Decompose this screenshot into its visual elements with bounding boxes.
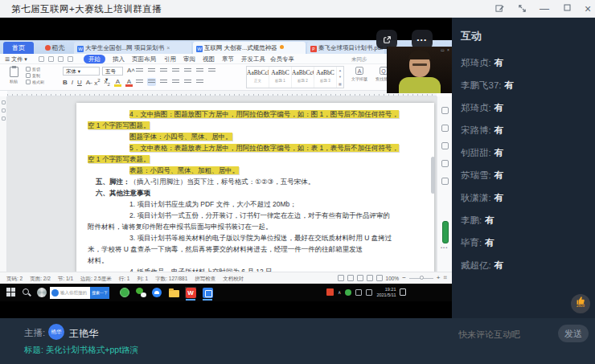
style-normal[interactable]: AaBbCcDd正文 — [247, 67, 269, 88]
more-tools-dots-icon[interactable]: ••• — [441, 245, 448, 250]
style-heading-3[interactable]: AaBbC标题 3 — [314, 67, 337, 88]
menu-section[interactable]: 章节 — [222, 55, 234, 63]
view-mode-icon[interactable] — [376, 275, 383, 281]
cut-button[interactable]: 剪切 — [26, 67, 44, 72]
menu-member[interactable]: 会员专享 — [270, 55, 294, 63]
blue-app-icon[interactable] — [202, 287, 213, 298]
view-mode-icon[interactable] — [367, 275, 373, 281]
highlight-color-button[interactable]: A — [114, 78, 121, 86]
doc-tab-1[interactable]: W大学生全国创...网 项目策划书× — [74, 42, 191, 54]
close-button[interactable]: × — [581, 2, 595, 15]
underline-button[interactable]: U — [77, 79, 82, 86]
fit-fullscreen-icon[interactable]: ⌗ — [443, 275, 447, 281]
spell-check-button[interactable]: 拼写检查 — [195, 276, 215, 283]
strikethrough-button[interactable]: A̶ — [86, 79, 90, 86]
assistant-icon[interactable] — [441, 107, 449, 114]
increase-indent-button[interactable] — [171, 67, 180, 75]
view-mode-icon[interactable] — [338, 275, 344, 281]
zoom-slider-knob[interactable] — [420, 276, 424, 280]
menu-dev-tools[interactable]: 开发工具 — [241, 55, 265, 63]
clear-format-button[interactable] — [183, 67, 192, 75]
horizontal-ruler[interactable] — [7, 91, 437, 96]
menu-review[interactable]: 审阅 — [183, 55, 195, 63]
maximize-button[interactable] — [560, 2, 574, 15]
wechat-float-handle[interactable] — [442, 221, 449, 243]
webcam-window-controls[interactable]: ▭ × — [441, 47, 450, 52]
taskbar-search-box[interactable]: 输入你想搜的 搜索一下 — [50, 287, 109, 299]
doc-left-toolbar[interactable] — [0, 96, 7, 272]
send-button[interactable]: 发送 — [558, 325, 589, 342]
history-icon[interactable] — [441, 178, 449, 185]
align-left-button[interactable] — [135, 78, 144, 86]
format-painter-button[interactable]: 格式刷 — [26, 80, 44, 84]
select-cursor-icon[interactable] — [441, 142, 449, 149]
minimize-button[interactable]: — — [537, 2, 552, 15]
volume-icon[interactable] — [366, 289, 372, 296]
bullet-list-button[interactable] — [135, 67, 144, 75]
start-button[interactable] — [6, 287, 18, 298]
line-spacing-button[interactable] — [183, 78, 192, 86]
align-center-button[interactable] — [147, 78, 156, 86]
paste-button[interactable]: 粘贴 — [6, 67, 22, 84]
taskbar-clock[interactable]: 19:212021/5/11 — [376, 287, 396, 297]
view-mode-icon[interactable] — [357, 275, 363, 281]
wps-app-icon[interactable]: W — [185, 287, 196, 298]
tab-home[interactable]: 首页 — [3, 42, 34, 54]
menu-start[interactable]: 开始 — [84, 55, 105, 63]
styles-scroll[interactable]: ▲▼▦ — [337, 67, 343, 88]
quick-access-icons[interactable] — [39, 56, 73, 62]
host-avatar[interactable]: 艳华 — [48, 324, 64, 340]
show-marks-button[interactable] — [207, 67, 216, 75]
network-icon[interactable] — [355, 289, 362, 296]
notification-center-icon[interactable] — [400, 288, 406, 296]
zoom-slider[interactable] — [409, 278, 433, 279]
annotate-icon[interactable] — [492, 2, 507, 15]
tray-expand-icon[interactable]: ∧ — [338, 289, 341, 295]
adjust-icon[interactable] — [441, 160, 449, 167]
sort-button[interactable] — [195, 67, 204, 75]
taskbar-search-button[interactable]: 搜索一下 — [90, 287, 109, 299]
pinwheel-app-icon[interactable] — [37, 287, 48, 298]
taskbar-search-icon[interactable] — [23, 287, 34, 298]
menu-view[interactable]: 视图 — [203, 55, 215, 63]
vertical-scrollbar[interactable] — [431, 157, 435, 194]
decrease-indent-button[interactable] — [159, 67, 168, 75]
tab-docer[interactable]: 稻壳 — [37, 42, 72, 54]
text-layout-tool[interactable]: A̲文字排版 — [347, 67, 371, 81]
view-mode-icon[interactable] — [347, 275, 354, 281]
proofread-button[interactable]: 文档校对 — [223, 276, 244, 283]
menu-file[interactable]: ☰ 文件 ▾ — [5, 55, 27, 63]
align-right-button[interactable] — [159, 78, 168, 86]
app-360-icon[interactable] — [119, 287, 130, 298]
font-name-select[interactable]: 宋体 ▾ — [63, 67, 100, 76]
close-tab-icon[interactable]: × — [166, 45, 170, 51]
subscript-button[interactable]: x2 — [104, 78, 109, 87]
zoom-in-button[interactable]: + — [437, 275, 441, 281]
fullscreen-icon[interactable] — [515, 2, 529, 15]
file-explorer-icon[interactable] — [168, 287, 179, 298]
like-badge[interactable]: 2609 — [571, 294, 590, 313]
doc-tab-2-active[interactable]: W互联网 大创赛...式规范神器 — [193, 42, 306, 54]
menu-reference[interactable]: 引用 — [164, 55, 176, 63]
menu-page-layout[interactable]: 页面布局 — [132, 55, 156, 63]
wechat-icon[interactable] — [135, 287, 146, 298]
superscript-button[interactable]: x2 — [94, 78, 100, 87]
shading-button[interactable] — [195, 78, 204, 86]
tray-shield-icon[interactable] — [345, 289, 351, 296]
document-page[interactable]: 4．文中插图：图题放图下方居中，用阿拉伯数字编号，如：图 1，图号后不加任何符号… — [76, 103, 434, 272]
copy-button[interactable]: 复制 — [26, 73, 44, 78]
number-list-button[interactable] — [147, 67, 156, 75]
style-heading-2[interactable]: AaBbCcC标题 2 — [292, 67, 314, 88]
justify-button[interactable] — [171, 78, 180, 86]
bold-button[interactable]: B — [63, 79, 68, 86]
presenter-webcam[interactable]: ▭ × — [387, 47, 452, 93]
style-heading-1[interactable]: AaBbC标题 1 — [269, 67, 292, 88]
menu-insert[interactable]: 插入 — [113, 55, 125, 63]
tray-alert-icon[interactable] — [326, 288, 334, 296]
grow-font-button[interactable]: A˄ — [127, 67, 135, 74]
font-size-select[interactable]: 五号 ▾ — [102, 67, 123, 76]
chat-message-list[interactable]: 郑琦贞:有 李鹏飞37:有 郑琦贞:有 宋路博:有 钊甜甜:有 苏瑞雪:有 耿潇… — [461, 51, 589, 276]
comment-input[interactable] — [458, 326, 548, 342]
font-color-button[interactable]: A — [125, 78, 133, 86]
italic-button[interactable]: I — [72, 79, 73, 86]
